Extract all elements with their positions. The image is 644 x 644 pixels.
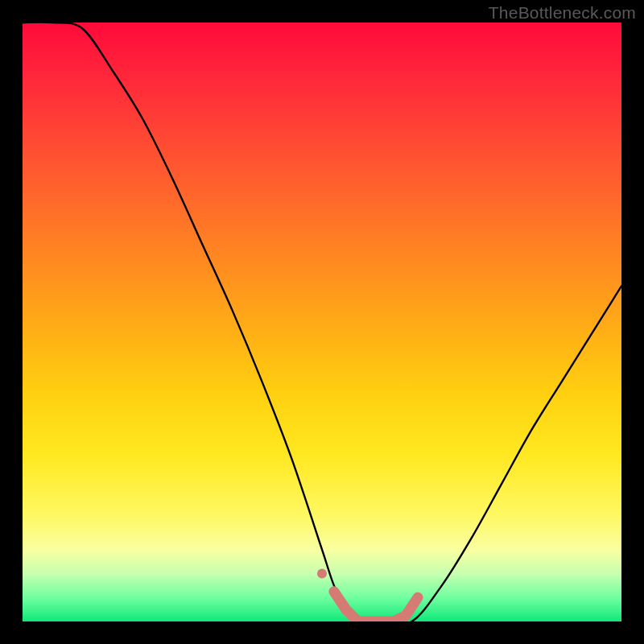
bottleneck-curve	[23, 23, 621, 621]
chart-frame: TheBottleneck.com	[0, 0, 644, 644]
bottleneck-curve-svg	[23, 23, 621, 621]
highlight-marker-dot	[317, 568, 327, 578]
highlight-marker-segment	[334, 592, 418, 621]
watermark-text: TheBottleneck.com	[489, 3, 636, 23]
plot-area	[23, 23, 621, 621]
